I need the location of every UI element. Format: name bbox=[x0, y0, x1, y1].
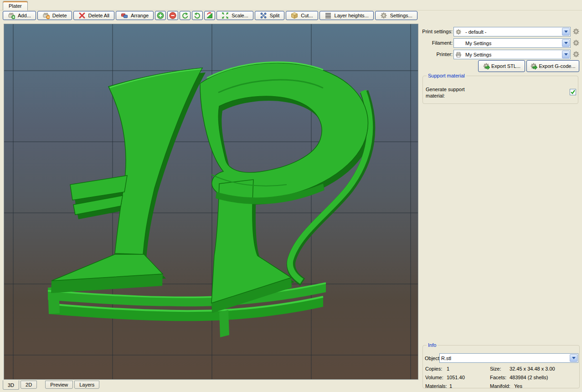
red-x-icon bbox=[78, 12, 86, 19]
copies-value: 1 bbox=[447, 366, 449, 371]
gear-icon bbox=[380, 12, 387, 19]
size-label: Size: bbox=[490, 366, 501, 371]
materials-label: Materials: bbox=[425, 383, 447, 389]
split-dots-icon bbox=[260, 12, 267, 19]
increase-copies-icon bbox=[157, 12, 164, 19]
arrange-bricks-icon bbox=[121, 12, 128, 19]
info-title: Info bbox=[427, 342, 438, 348]
chevron-down-icon[interactable] bbox=[570, 354, 577, 362]
viewport-3d[interactable] bbox=[4, 24, 418, 380]
printer-label: Printer: bbox=[422, 52, 453, 57]
print-settings-select[interactable]: - default - bbox=[453, 27, 571, 36]
scale-button-label: Scale... bbox=[232, 13, 248, 18]
add-button[interactable]: Add... bbox=[3, 11, 36, 20]
info-group: Info Object: R.stl Copies: 1 Size: 32.45… bbox=[422, 345, 580, 388]
object-select[interactable]: R.stl bbox=[439, 353, 578, 363]
rotate-ccw-icon bbox=[181, 12, 189, 19]
export-stl-button[interactable]: Export STL... bbox=[478, 60, 525, 72]
facets-label: Facets: bbox=[490, 375, 506, 380]
copies-label: Copies: bbox=[425, 366, 442, 371]
scale-arrows-icon bbox=[221, 12, 229, 19]
cut-box-icon bbox=[291, 12, 298, 19]
brick-add-icon bbox=[8, 12, 15, 19]
layer-heights-button-label: Layer heights... bbox=[335, 13, 369, 18]
print-settings-gear-button[interactable] bbox=[572, 28, 580, 35]
rotate-ccw-button[interactable] bbox=[180, 11, 191, 20]
object-label: Object: bbox=[425, 356, 441, 361]
right-panel: Print settings: - default - Filament: My… bbox=[422, 0, 582, 392]
chevron-down-icon[interactable] bbox=[562, 51, 570, 58]
brick-delete-icon bbox=[42, 12, 50, 19]
facets-value: 483984 (2 shells) bbox=[510, 375, 548, 380]
chevron-down-icon[interactable] bbox=[562, 39, 570, 47]
rotate-cw-icon bbox=[194, 12, 201, 19]
split-button-label: Split bbox=[270, 13, 279, 18]
rotate-custom-button[interactable] bbox=[204, 11, 215, 20]
cut-button[interactable]: Cut... bbox=[286, 11, 318, 20]
filament-gear-button[interactable] bbox=[572, 39, 580, 46]
increase-copies-button[interactable] bbox=[155, 11, 166, 20]
manifold-value: Yes bbox=[514, 383, 522, 389]
add-button-label: Add... bbox=[18, 13, 31, 18]
cut-button-label: Cut... bbox=[301, 13, 313, 18]
view-tab-layers[interactable]: Layers bbox=[74, 381, 99, 389]
plater-toolbar: Add... Delete Delete All Arrange Scale..… bbox=[3, 10, 417, 21]
check-icon bbox=[570, 89, 576, 95]
delete-all-button-label: Delete All bbox=[88, 13, 109, 18]
printer-select[interactable]: My Settings bbox=[453, 50, 571, 59]
export-gear-icon bbox=[530, 62, 537, 70]
support-material-group: Support material Generate support materi… bbox=[422, 76, 578, 104]
view-tab-2d[interactable]: 2D bbox=[21, 381, 37, 389]
split-button[interactable]: Split bbox=[255, 11, 284, 20]
support-material-title: Support material bbox=[427, 73, 466, 78]
generate-support-label: Generate support material: bbox=[426, 86, 480, 99]
scale-button[interactable]: Scale... bbox=[216, 11, 253, 20]
rotate-cw-button[interactable] bbox=[192, 11, 203, 20]
export-gcode-button[interactable]: Export G-code... bbox=[526, 60, 579, 72]
delete-button[interactable]: Delete bbox=[37, 11, 72, 20]
view-tab-preview[interactable]: Preview bbox=[45, 381, 73, 389]
filament-select[interactable]: My Settings bbox=[453, 38, 571, 48]
arrange-button[interactable]: Arrange bbox=[116, 11, 154, 20]
settings-button-label: Settings... bbox=[390, 13, 412, 18]
printer-value: My Settings bbox=[465, 52, 491, 57]
object-value: R.stl bbox=[441, 356, 451, 361]
layer-heights-button[interactable]: Layer heights... bbox=[319, 11, 374, 20]
decrease-copies-button[interactable] bbox=[167, 11, 178, 20]
printer-gear-button[interactable] bbox=[572, 51, 580, 58]
filament-label: Filament: bbox=[422, 40, 453, 46]
view-tab-3d[interactable]: 3D bbox=[3, 380, 19, 390]
settings-button[interactable]: Settings... bbox=[375, 11, 417, 20]
delete-all-button[interactable]: Delete All bbox=[73, 11, 114, 20]
export-gcode-label: Export G-code... bbox=[539, 63, 575, 69]
generate-support-checkbox[interactable] bbox=[570, 89, 576, 95]
size-value: 32.45 x 34.48 x 3.00 bbox=[510, 366, 555, 371]
slic3r-window: { "window_tab": "Plater", "toolbar": { "… bbox=[0, 0, 582, 392]
view-tab-strip: 3D 2D Preview Layers bbox=[3, 381, 101, 390]
arrange-button-label: Arrange bbox=[131, 13, 149, 18]
layer-lines-icon bbox=[324, 12, 332, 19]
rotate-custom-icon bbox=[206, 12, 213, 19]
volume-value: 1051.40 bbox=[447, 375, 465, 380]
export-stl-label: Export STL... bbox=[491, 63, 520, 69]
volume-label: Volume: bbox=[425, 375, 443, 380]
manifold-label: Manifold: bbox=[490, 383, 510, 389]
chevron-down-icon[interactable] bbox=[562, 28, 570, 36]
decrease-copies-icon bbox=[169, 12, 176, 19]
materials-value: 1 bbox=[449, 383, 452, 389]
gear-icon bbox=[455, 29, 464, 35]
blank-icon bbox=[455, 40, 464, 46]
delete-button-label: Delete bbox=[52, 13, 67, 18]
export-gear-icon bbox=[483, 62, 490, 70]
tab-plater[interactable]: Plater bbox=[3, 1, 28, 10]
print-settings-value: - default - bbox=[465, 29, 486, 35]
model-r-stl bbox=[4, 24, 419, 380]
printer-icon bbox=[455, 52, 464, 58]
print-settings-label: Print settings: bbox=[422, 29, 453, 34]
filament-value: My Settings bbox=[465, 41, 491, 46]
